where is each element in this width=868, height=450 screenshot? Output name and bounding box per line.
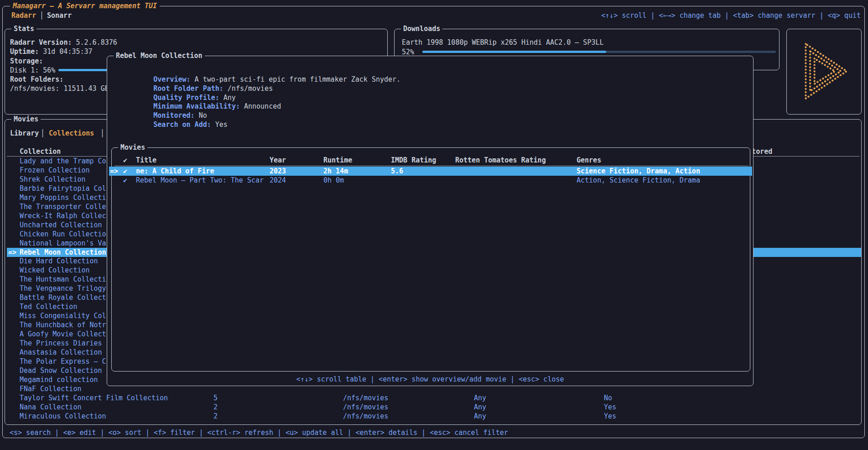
collection-details-popup: Rebel Moon Collection Overview:A two-par… xyxy=(107,56,754,386)
collection-root-folder: /nfs/movies xyxy=(343,403,388,412)
logo-panel xyxy=(786,29,862,115)
collection-name: Taylor Swift Concert Film Collection xyxy=(20,393,168,403)
movie-genres: Science Fiction, Drama, Action xyxy=(577,167,700,176)
popup-field: Search on Add:Yes xyxy=(112,111,228,138)
collection-quality-profile: Any xyxy=(474,412,486,421)
column-header-imdb: IMDB Rating xyxy=(391,156,436,165)
column-header-collection: Collection xyxy=(20,147,61,156)
collection-name: Ted Collection xyxy=(20,302,77,311)
managarr-play-logo-icon xyxy=(795,37,853,105)
collection-name: Barbie Fairytopia Col xyxy=(20,184,106,193)
movie-row[interactable]: => ✔ Rebel Moon – Part Two: The Scar 202… xyxy=(109,176,752,185)
movie-runtime: 2h 14m xyxy=(323,167,348,176)
collection-name: Anastasia Collection xyxy=(20,348,102,357)
tab-collections[interactable]: Collections xyxy=(49,129,94,138)
app-root: Managarr – A Servarr management TUI <↑↓>… xyxy=(0,0,868,450)
header-divider xyxy=(114,166,748,166)
collection-name: Wreck-It Ralph Collec xyxy=(20,211,106,220)
popup-title: Rebel Moon Collection xyxy=(114,51,205,60)
collection-name: The Polar Express – C xyxy=(20,357,106,366)
collection-name: Battle Royale Collect xyxy=(20,293,106,302)
popup-field-value: Announced xyxy=(244,102,281,110)
stats-uptime-value: 31d 04:35:37 xyxy=(43,47,92,56)
column-header-rotten-tomatoes: Rotten Tomatoes Rating xyxy=(455,156,546,165)
collection-name: Shrek Collection xyxy=(20,175,86,184)
collection-name: Wicked Collection xyxy=(20,266,90,275)
collection-name: The Huntsman Collecti xyxy=(20,275,106,284)
column-header-runtime: Runtime xyxy=(323,156,352,165)
stats-uptime-line: Uptime:31d 04:35:37 xyxy=(10,47,93,56)
movie-title: ne: A Child of Fire xyxy=(136,167,214,176)
download-progress-bar-fill xyxy=(422,51,606,53)
movie-runtime: 0h 0m xyxy=(323,176,344,185)
collection-name: FNaF Collection xyxy=(20,384,81,393)
collection-name: Mary Poppins Collecti xyxy=(20,193,106,202)
collection-name: Nana Collection xyxy=(20,403,81,412)
collection-row[interactable]: => Taylor Swift Concert Film Collection … xyxy=(7,393,861,403)
collection-search-on-add: Yes xyxy=(604,403,616,412)
movie-row[interactable]: => ✔ ne: A Child of Fire 2023 2h 14m 5.6… xyxy=(109,167,752,176)
download-progress-bar xyxy=(422,51,776,53)
collection-search-on-add: No xyxy=(604,393,612,403)
collection-movie-count: 2 xyxy=(213,403,218,412)
tab-radarr[interactable]: Radarr xyxy=(11,11,36,20)
collection-name: Miraculous Collection xyxy=(20,412,106,421)
stats-version-value: 5.2.6.8376 xyxy=(76,38,117,47)
root-folders-label: Root Folders: xyxy=(10,75,63,84)
collection-name: Frozen Collection xyxy=(20,166,90,175)
popup-movies-box-title: Movies xyxy=(118,143,147,152)
movie-year: 2024 xyxy=(270,176,286,185)
column-header-year: Year xyxy=(270,156,286,165)
collection-name: Megamind collection xyxy=(20,375,98,384)
tab-library[interactable]: Library xyxy=(10,129,39,138)
download-item-title: Earth 1998 1080p WEBRip x265 Hindi AAC2.… xyxy=(402,38,604,47)
collection-root-folder: /nfs/movies xyxy=(343,393,388,403)
collection-name: Uncharted Collection xyxy=(20,220,102,230)
collection-row[interactable]: => Nana Collection 2 /nfs/movies Any Yes xyxy=(7,403,861,412)
global-keybinds: <↑↓> scroll | <←→> change tab | <tab> ch… xyxy=(601,11,861,20)
movie-title: Rebel Moon – Part Two: The Scar xyxy=(136,176,264,185)
disk-usage-label: Disk 1: 56% xyxy=(10,66,55,75)
movie-genres: Action, Science Fiction, Drama xyxy=(577,176,700,185)
movie-year: 2023 xyxy=(270,167,286,176)
column-header-title: Title xyxy=(136,156,156,165)
collection-name: Die Hard Collection xyxy=(20,256,98,266)
collection-row[interactable]: => Miraculous Collection 2 /nfs/movies A… xyxy=(7,412,861,421)
movie-imdb-rating: 5.6 xyxy=(391,167,403,176)
collection-name: The Transporter Colle xyxy=(20,202,106,211)
root-folder-value: /nfs/movies: 11511.43 GB xyxy=(10,84,109,93)
tab-separator: │ xyxy=(41,129,45,138)
collection-name: Chicken Run Collectio xyxy=(20,230,106,239)
download-percent-label: 52% xyxy=(402,47,414,57)
popup-field-value: Yes xyxy=(215,120,228,129)
downloads-panel-title: Downloads xyxy=(401,24,442,33)
stats-version-label: Radarr Version: xyxy=(10,38,72,47)
collection-name: The Princess Diaries xyxy=(20,339,102,348)
column-header-genres: Genres xyxy=(577,156,601,165)
tab-sonarr[interactable]: Sonarr xyxy=(47,11,72,20)
collection-name: Rebel Moon Collection xyxy=(20,248,106,257)
collection-name: Lady and the Tramp Co xyxy=(20,157,106,166)
stats-panel-title: Stats xyxy=(11,24,36,33)
collection-name: The Vengeance Trilogy xyxy=(20,284,106,293)
movie-check-icon: ✔ xyxy=(123,176,127,185)
collection-name: Dead Snow Collection xyxy=(20,366,102,375)
stats-version-line: Radarr Version:5.2.6.8376 xyxy=(10,38,117,47)
stats-uptime-label: Uptime: xyxy=(10,47,39,56)
app-title: Managarr – A Servarr management TUI xyxy=(10,1,160,10)
collection-name: National Lampoon's Va xyxy=(20,239,106,248)
selected-row-indicator: => xyxy=(8,248,16,257)
stats-storage-label: Storage: xyxy=(10,57,43,66)
tab-separator: │ xyxy=(100,129,104,138)
collection-name: A Goofy Movie Collect xyxy=(20,330,106,339)
collection-movie-count: 5 xyxy=(213,393,218,403)
movies-panel-title: Movies xyxy=(11,115,41,124)
collection-quality-profile: Any xyxy=(474,393,486,403)
collection-quality-profile: Any xyxy=(474,403,486,412)
column-header-check: ✔ xyxy=(123,156,127,165)
collection-movie-count: 2 xyxy=(213,412,218,421)
collection-name: Miss Congeniality Col xyxy=(20,311,106,320)
collection-root-folder: /nfs/movies xyxy=(343,412,388,421)
footer-keybinds: <s> search | <e> edit | <o> sort | <f> f… xyxy=(10,428,508,437)
collection-search-on-add: Yes xyxy=(604,412,616,421)
